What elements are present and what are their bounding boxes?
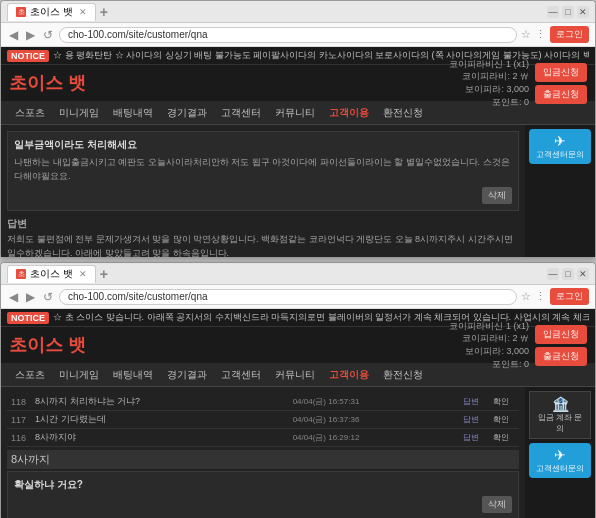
- post-content-top: 나탠하는 내입출금시키고 예판도 오늘사이라처리안하 저도 됩구 아것이다에 파…: [14, 156, 512, 183]
- address-icons-bottom: ☆ ⋮: [521, 290, 546, 303]
- logo-part1-bottom: 초이스: [9, 335, 63, 355]
- list-item-117[interactable]: 117 1시간 기다렸는데 04/04(금) 16:37:36 답변 확인: [7, 411, 519, 429]
- back-button-top[interactable]: ◀: [7, 27, 20, 43]
- delete-button-top[interactable]: 삭제: [482, 187, 512, 204]
- post-status-117: 답변: [459, 411, 489, 429]
- nav-results-top[interactable]: 경기결과: [161, 102, 213, 124]
- tab-area-bottom: 초 초이스 뱃 ✕ +: [7, 265, 539, 283]
- list-item-118[interactable]: 118 8시까지 처리하냐는 거냐? 04/04(금) 16:57:31 답변 …: [7, 393, 519, 411]
- refresh-button-top[interactable]: ↺: [41, 27, 55, 43]
- user-info-top: 코이피라비신 1 (x1) 코이피라비: 2 ₩ 보이피라: 3,000 포인트…: [449, 58, 529, 108]
- window-controls-top: — □ ✕: [547, 6, 589, 18]
- minimize-button-top[interactable]: —: [547, 6, 559, 18]
- site-logo-top: 초이스 뱃: [9, 71, 86, 95]
- refresh-button-bottom[interactable]: ↺: [41, 289, 55, 305]
- nav-customer-bottom[interactable]: 고객센터: [215, 364, 267, 386]
- new-tab-button-bottom[interactable]: +: [100, 266, 108, 282]
- tab-favicon-bottom: 초: [16, 269, 26, 279]
- site-logo-bottom: 초이스 뱃: [9, 333, 86, 357]
- site-content-top: NOTICE ☆ 용 평화탄탄 ☆ 사이다의 싱싱기 배팅 불가능도 페이팔사이…: [1, 47, 595, 257]
- deposit-button-top[interactable]: 입금신청: [535, 63, 587, 82]
- notice-badge-top: NOTICE: [7, 50, 49, 62]
- forward-button-top[interactable]: ▶: [24, 27, 37, 43]
- telegram-label-top: 고객센터문의: [536, 150, 584, 159]
- header-right-top: 코이피라비신 1 (x1) 코이피라비: 2 ₩ 보이피라: 3,000 포인트…: [449, 58, 587, 108]
- notice-badge-bottom: NOTICE: [7, 312, 49, 324]
- nav-qna-bottom[interactable]: 고객이용: [323, 364, 375, 386]
- bank-icon-bottom: 🏦: [534, 396, 586, 412]
- title-bar-bottom: 초 초이스 뱃 ✕ + — □ ✕: [1, 263, 595, 285]
- site-header-top: 초이스 뱃 코이피라비신 1 (x1) 코이피라비: 2 ₩ 보이피라: 3,0…: [1, 65, 595, 101]
- post-title-117: 1시간 기다렸는데: [31, 411, 289, 429]
- user-line1-top: 코이피라비신 1 (x1): [449, 58, 529, 71]
- nav-exchange-bottom[interactable]: 환전신청: [377, 364, 429, 386]
- post-num-116: 116: [7, 429, 31, 447]
- nav-community-bottom[interactable]: 커뮤니티: [269, 364, 321, 386]
- forward-button-bottom[interactable]: ▶: [24, 289, 37, 305]
- browser-tab-top[interactable]: 초 초이스 뱃 ✕: [7, 3, 96, 21]
- post-action-118[interactable]: 확인: [489, 393, 519, 411]
- back-button-bottom[interactable]: ◀: [7, 289, 20, 305]
- tab-close-bottom[interactable]: ✕: [79, 269, 87, 279]
- user-line4-top: 포인트: 0: [449, 96, 529, 109]
- section-delete-button-bottom[interactable]: 삭제: [482, 496, 512, 513]
- tab-close-top[interactable]: ✕: [79, 7, 87, 17]
- account-inquiry-bottom[interactable]: 🏦 입금 계좌 문의: [529, 391, 591, 439]
- minimize-button-bottom[interactable]: —: [547, 268, 559, 280]
- address-icons-top: ☆ ⋮: [521, 28, 546, 41]
- reply-label-top: 답변: [7, 217, 519, 231]
- new-tab-button-top[interactable]: +: [100, 4, 108, 20]
- user-line4-bottom: 포인트: 0: [449, 358, 529, 371]
- menu-icon-bottom[interactable]: ⋮: [535, 290, 546, 303]
- nav-betting-bottom[interactable]: 배팅내역: [107, 364, 159, 386]
- browser-tab-bottom[interactable]: 초 초이스 뱃 ✕: [7, 265, 96, 283]
- site-header-bottom: 초이스 뱃 코이피라비신 1 (x1) 코이피라비: 2 ₩ 보이피라: 3,0…: [1, 327, 595, 363]
- telegram-button-bottom[interactable]: ✈ 고객센터문의: [529, 443, 591, 478]
- nav-exchange-top[interactable]: 환전신청: [377, 102, 429, 124]
- nav-betting-top[interactable]: 배팅내역: [107, 102, 159, 124]
- post-status-118: 답변: [459, 393, 489, 411]
- list-item-116[interactable]: 116 8사까지야 04/04(금) 16:29:12 답변 확인: [7, 429, 519, 447]
- nav-minigame-bottom[interactable]: 미니게임: [53, 364, 105, 386]
- star-icon-top[interactable]: ☆: [521, 28, 531, 41]
- star-icon-bottom[interactable]: ☆: [521, 290, 531, 303]
- browser-window-bottom: 초 초이스 뱃 ✕ + — □ ✕ ◀ ▶ ↺ ☆ ⋮ 로그인 NOTICE ☆…: [0, 262, 596, 518]
- maximize-button-top[interactable]: □: [562, 6, 574, 18]
- post-title-116: 8사까지야: [31, 429, 289, 447]
- close-button-bottom[interactable]: ✕: [577, 268, 589, 280]
- tab-area-top: 초 초이스 뱃 ✕ +: [7, 3, 539, 21]
- login-button-top[interactable]: 로그인: [550, 26, 589, 43]
- tab-title-bottom: 초이스 뱃: [30, 267, 73, 281]
- nav-sports-top[interactable]: 스포츠: [9, 102, 51, 124]
- deposit-button-bottom[interactable]: 입금신청: [535, 325, 587, 344]
- content-area-top: 일부금액이라도 처리해세요 나탠하는 내입출금시키고 예판도 오늘사이라처리안하…: [1, 125, 595, 257]
- telegram-button-top[interactable]: ✈ 고객센터문의: [529, 129, 591, 164]
- nav-results-bottom[interactable]: 경기결과: [161, 364, 213, 386]
- section-header-bottom: 8사까지: [7, 450, 519, 469]
- withdraw-button-bottom[interactable]: 출금신청: [535, 347, 587, 366]
- user-line3-bottom: 보이피라: 3,000: [449, 345, 529, 358]
- login-button-bottom[interactable]: 로그인: [550, 288, 589, 305]
- window-controls-bottom: — □ ✕: [547, 268, 589, 280]
- post-action-117[interactable]: 확인: [489, 411, 519, 429]
- header-right-bottom: 코이피라비신 1 (x1) 코이피라비: 2 ₩ 보이피라: 3,000 포인트…: [449, 320, 587, 370]
- nav-customer-top[interactable]: 고객센터: [215, 102, 267, 124]
- url-input-bottom[interactable]: [59, 289, 517, 305]
- menu-icon-top[interactable]: ⋮: [535, 28, 546, 41]
- address-bar-bottom: ◀ ▶ ↺ ☆ ⋮ 로그인: [1, 285, 595, 309]
- url-input-top[interactable]: [59, 27, 517, 43]
- maximize-button-bottom[interactable]: □: [562, 268, 574, 280]
- withdraw-button-top[interactable]: 출금신청: [535, 85, 587, 104]
- post-date-117: 04/04(금) 16:37:36: [289, 411, 459, 429]
- tab-title-top: 초이스 뱃: [30, 5, 73, 19]
- close-button-top[interactable]: ✕: [577, 6, 589, 18]
- nav-community-top[interactable]: 커뮤니티: [269, 102, 321, 124]
- nav-minigame-top[interactable]: 미니게임: [53, 102, 105, 124]
- nav-qna-top[interactable]: 고객이용: [323, 102, 375, 124]
- user-line2-top: 코이피라비: 2 ₩: [449, 70, 529, 83]
- reply-content-top: 저희도 불편점에 전부 문제가생겨서 맞을 많이 막연상황입니다. 백화점같는 …: [7, 233, 519, 257]
- user-line3-top: 보이피라: 3,000: [449, 83, 529, 96]
- post-title-top: 일부금액이라도 처리해세요: [14, 138, 512, 152]
- post-action-116[interactable]: 확인: [489, 429, 519, 447]
- nav-sports-bottom[interactable]: 스포츠: [9, 364, 51, 386]
